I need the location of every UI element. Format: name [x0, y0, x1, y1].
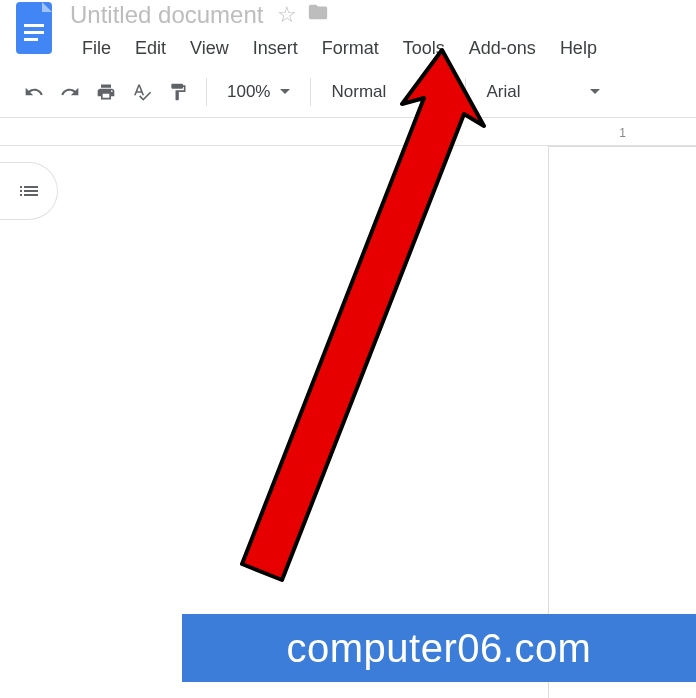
- font-value: Arial: [486, 82, 520, 102]
- title-row: Untitled document ☆: [70, 0, 696, 30]
- toolbar-separator: [465, 78, 466, 106]
- style-value: Normal: [331, 82, 386, 102]
- docs-logo[interactable]: [12, 0, 56, 56]
- svg-rect-3: [24, 38, 38, 41]
- undo-button[interactable]: [18, 76, 50, 108]
- chevron-down-icon: [280, 89, 290, 94]
- ruler: 1: [0, 124, 696, 146]
- toolbar: 100% Normal Arial: [0, 66, 696, 118]
- menubar: File Edit View Insert Format Tools Add-o…: [70, 30, 696, 66]
- menu-edit[interactable]: Edit: [123, 34, 178, 63]
- menu-tools[interactable]: Tools: [391, 34, 457, 63]
- toolbar-separator: [206, 78, 207, 106]
- redo-button[interactable]: [54, 76, 86, 108]
- menu-addons[interactable]: Add-ons: [457, 34, 548, 63]
- zoom-value: 100%: [227, 82, 270, 102]
- menu-insert[interactable]: Insert: [241, 34, 310, 63]
- menu-help[interactable]: Help: [548, 34, 609, 63]
- menu-file[interactable]: File: [70, 34, 123, 63]
- folder-icon[interactable]: [307, 1, 329, 29]
- chevron-down-icon: [435, 89, 445, 94]
- paragraph-style-dropdown[interactable]: Normal: [323, 76, 453, 108]
- svg-rect-1: [24, 24, 44, 27]
- print-button[interactable]: [90, 76, 122, 108]
- toolbar-separator: [310, 78, 311, 106]
- menu-format[interactable]: Format: [310, 34, 391, 63]
- zoom-dropdown[interactable]: 100%: [219, 76, 298, 108]
- ruler-mark: 1: [619, 126, 626, 140]
- document-title[interactable]: Untitled document: [70, 1, 263, 29]
- paint-format-button[interactable]: [162, 76, 194, 108]
- chevron-down-icon: [590, 89, 600, 94]
- menu-view[interactable]: View: [178, 34, 241, 63]
- watermark-text: computer06.com: [287, 626, 592, 671]
- header: Untitled document ☆ File Edit View Inser…: [0, 0, 696, 66]
- svg-rect-2: [24, 31, 44, 34]
- title-area: Untitled document ☆ File Edit View Inser…: [70, 0, 696, 66]
- watermark-bar: computer06.com: [182, 614, 696, 682]
- font-dropdown[interactable]: Arial: [478, 76, 608, 108]
- spellcheck-button[interactable]: [126, 76, 158, 108]
- outline-toggle-button[interactable]: [0, 162, 58, 220]
- star-icon[interactable]: ☆: [277, 2, 297, 28]
